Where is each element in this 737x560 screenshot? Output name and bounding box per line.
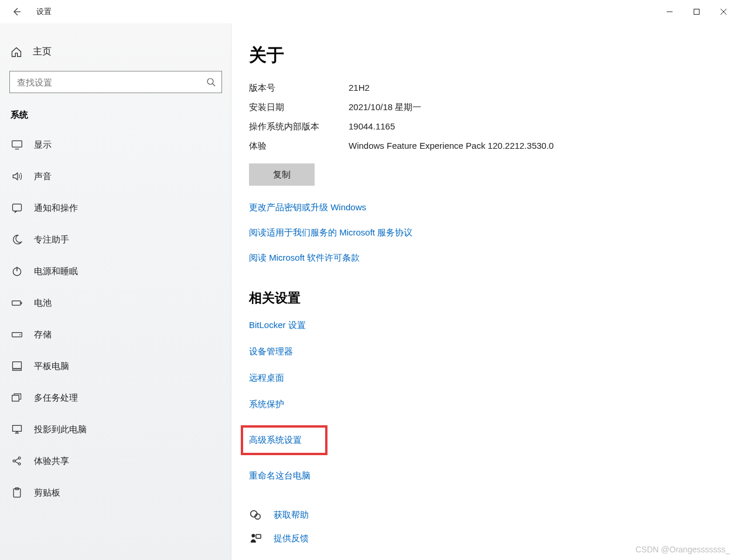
sidebar-nav: 显示 声音 通知和操作 专注助手 电源和睡眠 电池 bbox=[9, 129, 222, 508]
storage-icon bbox=[11, 328, 23, 341]
back-arrow-icon bbox=[12, 7, 21, 16]
footer-links: 获取帮助 提供反馈 bbox=[249, 508, 737, 545]
search-input[interactable] bbox=[17, 77, 206, 87]
moon-icon bbox=[11, 233, 23, 246]
link-system-protection[interactable]: 系统保护 bbox=[249, 399, 284, 410]
product-links: 更改产品密钥或升级 Windows 阅读适用于我们服务的 Microsoft 服… bbox=[249, 202, 737, 264]
spec-value: Windows Feature Experience Pack 120.2212… bbox=[349, 141, 737, 152]
svg-point-21 bbox=[18, 463, 21, 465]
window-controls bbox=[656, 2, 737, 21]
sidebar-item-sound[interactable]: 声音 bbox=[9, 161, 222, 192]
window-title: 设置 bbox=[36, 6, 52, 17]
svg-point-14 bbox=[19, 334, 21, 336]
sidebar-item-label: 通知和操作 bbox=[34, 203, 78, 214]
maximize-button[interactable] bbox=[683, 2, 710, 21]
sidebar-item-label: 声音 bbox=[34, 171, 52, 182]
sidebar-item-multitasking[interactable]: 多任务处理 bbox=[9, 382, 222, 414]
home-label: 主页 bbox=[33, 46, 52, 58]
svg-rect-13 bbox=[12, 333, 22, 337]
project-icon bbox=[11, 423, 23, 436]
spec-value: 21H2 bbox=[349, 83, 737, 94]
spec-label: 操作系统内部版本 bbox=[249, 121, 349, 132]
get-help-link[interactable]: 获取帮助 bbox=[249, 508, 737, 521]
svg-rect-12 bbox=[21, 302, 22, 304]
svg-rect-16 bbox=[13, 369, 22, 371]
svg-point-4 bbox=[207, 78, 213, 84]
related-settings-title: 相关设置 bbox=[249, 289, 737, 307]
svg-rect-29 bbox=[256, 535, 261, 538]
tablet-icon bbox=[11, 360, 23, 373]
minimize-button[interactable] bbox=[656, 2, 683, 21]
minimize-icon bbox=[666, 8, 673, 15]
power-icon bbox=[11, 265, 23, 278]
link-device-manager[interactable]: 设备管理器 bbox=[249, 346, 293, 357]
window-titlebar: 设置 bbox=[0, 0, 737, 23]
back-button[interactable] bbox=[11, 6, 22, 18]
sidebar-item-label: 多任务处理 bbox=[34, 392, 78, 404]
svg-point-20 bbox=[18, 457, 21, 459]
sidebar-item-power[interactable]: 电源和睡眠 bbox=[9, 255, 222, 287]
sidebar-item-tablet[interactable]: 平板电脑 bbox=[9, 350, 222, 382]
svg-rect-15 bbox=[13, 362, 22, 369]
sidebar-item-label: 剪贴板 bbox=[34, 487, 60, 498]
search-input-container[interactable] bbox=[9, 71, 222, 93]
display-icon bbox=[11, 138, 23, 151]
share-icon bbox=[11, 455, 23, 467]
sidebar-item-label: 体验共享 bbox=[34, 456, 69, 467]
link-ms-services-agreement[interactable]: 阅读适用于我们服务的 Microsoft 服务协议 bbox=[249, 227, 737, 238]
content-pane: 关于 版本号 21H2 安装日期 2021/10/18 星期一 操作系统内部版本… bbox=[231, 23, 737, 560]
sound-icon bbox=[11, 170, 23, 183]
sidebar-item-label: 存储 bbox=[34, 329, 52, 340]
feedback-icon bbox=[249, 532, 262, 545]
sidebar-item-battery[interactable]: 电池 bbox=[9, 287, 222, 319]
svg-rect-8 bbox=[13, 204, 22, 211]
sidebar-item-label: 显示 bbox=[34, 139, 52, 151]
sidebar: 主页 系统 显示 声音 通知和操作 专注助手 bbox=[0, 23, 231, 560]
sidebar-item-focus-assist[interactable]: 专注助手 bbox=[9, 224, 222, 255]
home-icon bbox=[11, 46, 22, 58]
link-advanced-system-settings[interactable]: 高级系统设置 bbox=[249, 435, 302, 445]
sidebar-item-shared-experiences[interactable]: 体验共享 bbox=[9, 445, 222, 477]
highlighted-link-box: 高级系统设置 bbox=[241, 425, 327, 455]
spec-label: 体验 bbox=[249, 141, 349, 152]
multitask-icon bbox=[11, 391, 23, 404]
link-remote-desktop[interactable]: 远程桌面 bbox=[249, 373, 284, 384]
copy-button[interactable]: 复制 bbox=[249, 163, 315, 186]
svg-rect-11 bbox=[12, 301, 21, 306]
give-feedback-link[interactable]: 提供反馈 bbox=[249, 532, 737, 545]
page-title: 关于 bbox=[249, 43, 737, 67]
spec-value: 19044.1165 bbox=[349, 121, 737, 132]
close-button[interactable] bbox=[710, 2, 737, 21]
close-icon bbox=[720, 8, 727, 15]
sidebar-item-label: 电池 bbox=[34, 298, 52, 309]
svg-point-28 bbox=[251, 534, 255, 537]
link-change-product-key[interactable]: 更改产品密钥或升级 Windows bbox=[249, 202, 737, 213]
svg-rect-6 bbox=[12, 141, 22, 147]
link-bitlocker[interactable]: BitLocker 设置 bbox=[249, 320, 306, 331]
sidebar-item-clipboard[interactable]: 剪贴板 bbox=[9, 477, 222, 508]
sidebar-item-label: 电源和睡眠 bbox=[34, 266, 78, 277]
sidebar-item-display[interactable]: 显示 bbox=[9, 129, 222, 161]
svg-rect-1 bbox=[694, 9, 700, 15]
search-icon bbox=[206, 77, 216, 87]
svg-line-23 bbox=[15, 462, 19, 463]
sidebar-item-storage[interactable]: 存储 bbox=[9, 319, 222, 350]
specs-grid: 版本号 21H2 安装日期 2021/10/18 星期一 操作系统内部版本 19… bbox=[249, 83, 737, 152]
link-rename-pc[interactable]: 重命名这台电脑 bbox=[249, 470, 311, 482]
sidebar-section-label: 系统 bbox=[11, 110, 222, 121]
footer-label: 获取帮助 bbox=[274, 510, 309, 521]
spec-label: 安装日期 bbox=[249, 102, 349, 113]
home-link[interactable]: 主页 bbox=[9, 35, 222, 71]
clipboard-icon bbox=[11, 486, 23, 499]
link-ms-license-terms[interactable]: 阅读 Microsoft 软件许可条款 bbox=[249, 252, 737, 264]
maximize-icon bbox=[693, 8, 700, 15]
sidebar-item-notifications[interactable]: 通知和操作 bbox=[9, 192, 222, 224]
svg-line-5 bbox=[213, 84, 215, 86]
related-settings-links: BitLocker 设置 设备管理器 远程桌面 系统保护 高级系统设置 重命名这… bbox=[249, 320, 737, 482]
sidebar-item-projecting[interactable]: 投影到此电脑 bbox=[9, 414, 222, 445]
spec-value: 2021/10/18 星期一 bbox=[349, 102, 737, 113]
battery-icon bbox=[11, 296, 23, 309]
svg-point-19 bbox=[13, 460, 15, 462]
watermark: CSDN @Orangesssssss_ bbox=[636, 545, 730, 554]
sidebar-item-label: 平板电脑 bbox=[34, 361, 69, 372]
